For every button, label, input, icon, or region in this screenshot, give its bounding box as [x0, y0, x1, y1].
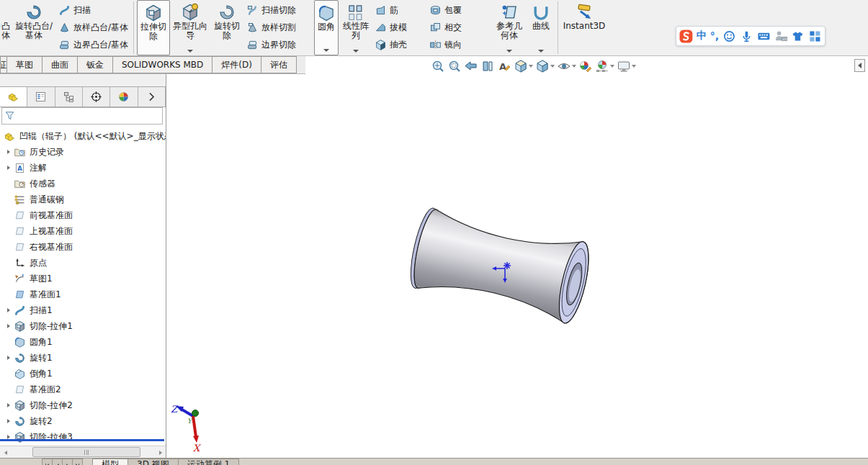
- expand-pane-tab[interactable]: [138, 87, 166, 107]
- emoji-button-icon[interactable]: [722, 30, 736, 43]
- tree-item[interactable]: 切除-拉伸2: [0, 397, 166, 413]
- tab-钣金[interactable]: 钣金: [77, 56, 113, 73]
- tree-item[interactable]: 原点: [0, 255, 166, 271]
- tree-item[interactable]: 基准面2: [0, 382, 166, 397]
- voice-input-button-icon[interactable]: [740, 30, 753, 43]
- section-view-button[interactable]: [480, 59, 495, 73]
- taskpane-collapse-button[interactable]: [854, 59, 865, 72]
- tree-item[interactable]: 历史记录: [0, 144, 166, 160]
- featuremanager-tab[interactable]: [0, 87, 27, 107]
- tree-item[interactable]: 普通碳钢: [0, 191, 166, 207]
- tree-item[interactable]: 倒角1: [0, 366, 166, 382]
- expand-arrow-icon[interactable]: [4, 150, 14, 154]
- wrap-button[interactable]: 包覆: [429, 3, 490, 18]
- expand-arrow-icon[interactable]: [4, 356, 14, 360]
- tab-SOLIDWORKS MBD[interactable]: SOLIDWORKS MBD: [112, 56, 212, 73]
- mirror-button[interactable]: 镜向: [429, 37, 490, 53]
- lofted-cut-button[interactable]: 放样切割: [246, 20, 311, 35]
- expand-arrow-icon[interactable]: [4, 403, 14, 407]
- scroll-left-button[interactable]: [0, 447, 11, 458]
- scroll-right-button[interactable]: [155, 447, 166, 458]
- model-part[interactable]: [405, 205, 594, 325]
- toolbox-button-icon[interactable]: [808, 30, 822, 43]
- tree-item[interactable]: A注解: [0, 160, 166, 176]
- displaymanager-tab[interactable]: [110, 87, 138, 107]
- tree-item[interactable]: 扫描1: [0, 302, 166, 318]
- chinese-mode[interactable]: 中: [697, 30, 707, 42]
- scrollbar-thumb[interactable]: [32, 447, 140, 457]
- edit-appearance-button[interactable]: [578, 59, 593, 73]
- swept-cut-button[interactable]: 扫描切除: [246, 3, 311, 18]
- reference-geometry-label: 参考几何体: [493, 22, 526, 40]
- tree-item[interactable]: 切除-拉伸3: [0, 429, 166, 445]
- nav-first-button[interactable]: [42, 459, 53, 465]
- instant3d-button[interactable]: Instant3D: [561, 0, 607, 55]
- swept-boss-button[interactable]: 扫描: [58, 3, 129, 18]
- tree-item[interactable]: 前视基准面: [0, 207, 166, 223]
- display-style-button[interactable]: [535, 59, 555, 73]
- tab-草图[interactable]: 草图: [6, 56, 42, 73]
- zoom-to-area-button[interactable]: [447, 59, 462, 73]
- tree-item[interactable]: 右视基准面: [0, 239, 166, 255]
- expand-arrow-icon[interactable]: [4, 324, 14, 328]
- tree-root-item[interactable]: 凹辊（辊子） (默认<<默认>_显示状态: [0, 128, 166, 144]
- view-orientation-button[interactable]: [514, 59, 533, 73]
- skin-button-icon[interactable]: [791, 30, 805, 43]
- punctuation-mode[interactable]: °,: [710, 30, 719, 42]
- bottom-tab-3D 视图[interactable]: 3D 视图: [127, 459, 179, 465]
- tree-item[interactable]: 圆角1: [0, 334, 166, 350]
- graphics-area[interactable]: Z Y X: [166, 74, 868, 458]
- expand-arrow-icon[interactable]: [4, 166, 14, 170]
- tree-item[interactable]: 草图1: [0, 271, 166, 286]
- boundary-boss-button[interactable]: 边界凸台/基体: [58, 37, 129, 53]
- view-settings-button[interactable]: [617, 59, 636, 73]
- tree-item[interactable]: 传感器: [0, 176, 166, 191]
- soft-keyboard-button-icon[interactable]: [757, 30, 771, 43]
- tree-item[interactable]: 基准面1: [0, 286, 166, 302]
- previous-view-button[interactable]: [464, 59, 478, 73]
- nav-next-button[interactable]: [62, 459, 73, 465]
- lofted-boss-button[interactable]: 放样凸台/基体: [58, 20, 129, 35]
- configurationmanager-tab[interactable]: [55, 87, 83, 107]
- fillet-button[interactable]: 圆角: [314, 0, 339, 55]
- revolved-boss-base-button[interactable]: 旋转凸台/基体: [12, 0, 55, 55]
- rib-button[interactable]: 筋: [375, 3, 425, 18]
- bottom-tab-运动算例 1[interactable]: 运动算例 1: [178, 459, 239, 465]
- linear-pattern-button[interactable]: 线性阵列: [340, 0, 372, 55]
- boundary-cut-button[interactable]: 边界切除: [246, 37, 311, 53]
- apply-scene-button[interactable]: [595, 59, 614, 73]
- filter-input[interactable]: [17, 110, 162, 122]
- tab-焊件(D)[interactable]: 焊件(D): [212, 56, 261, 73]
- tree-item[interactable]: 旋转1: [0, 350, 166, 366]
- intersect-button[interactable]: 相交: [429, 20, 490, 35]
- tab-曲面[interactable]: 曲面: [42, 56, 78, 73]
- reference-geometry-button[interactable]: 参考几何体: [493, 0, 526, 55]
- nav-last-button[interactable]: [72, 459, 83, 465]
- tab-特征[interactable]: 特征: [0, 56, 7, 73]
- extruded-boss-base-button[interactable]: 拉伸凸 台/基体: [1, 0, 11, 55]
- level-badge-icon[interactable]: 20: [774, 30, 788, 43]
- extruded-cut-button[interactable]: 拉伸切除: [137, 0, 170, 55]
- hide-show-items-button[interactable]: [557, 59, 576, 73]
- bottom-tab-模型[interactable]: 模型: [92, 459, 128, 465]
- zoom-to-fit-button[interactable]: [431, 59, 445, 73]
- tab-评估[interactable]: 评估: [261, 56, 297, 73]
- nav-prev-button[interactable]: [52, 459, 63, 465]
- shell-button[interactable]: 抽壳: [375, 37, 425, 53]
- lofted-cut-label: 放样切割: [261, 22, 296, 34]
- expand-arrow-icon[interactable]: [4, 419, 14, 423]
- propertymanager-tab[interactable]: [27, 87, 55, 107]
- revolved-cut-button[interactable]: 旋转切除: [210, 0, 243, 55]
- tree-item[interactable]: 旋转2: [0, 413, 166, 429]
- dimxpert-tab[interactable]: [83, 87, 110, 107]
- tree-item[interactable]: 切除-拉伸1: [0, 318, 166, 334]
- hole-wizard-button[interactable]: 异型孔向导: [171, 0, 209, 55]
- intersect-icon: [429, 22, 442, 34]
- rollback-bar[interactable]: [0, 439, 164, 441]
- dynamic-annotation-views-button[interactable]: A: [497, 59, 511, 73]
- curves-button[interactable]: 曲线: [527, 0, 555, 55]
- expand-arrow-icon[interactable]: [4, 308, 14, 312]
- sogou-logo-icon[interactable]: [679, 30, 693, 43]
- tree-item[interactable]: 上视基准面: [0, 223, 166, 239]
- draft-button[interactable]: 拔模: [375, 20, 425, 35]
